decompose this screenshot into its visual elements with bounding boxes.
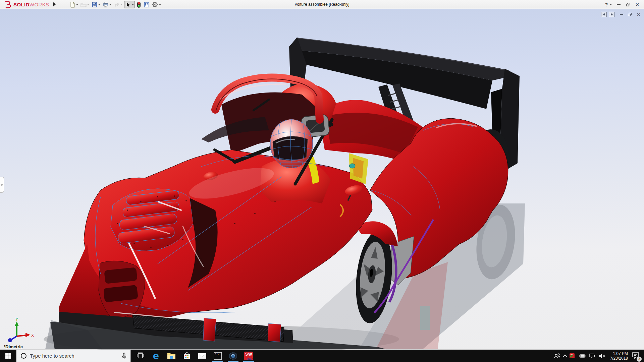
select-cursor-icon: [125, 2, 131, 8]
hexagon-3d-app-button[interactable]: [225, 350, 241, 362]
windows-taskbar: e: [0, 350, 644, 362]
orientation-triad: Y X: [5, 317, 34, 342]
arrow-left-icon: [603, 13, 605, 16]
arrow-right-icon: [611, 13, 613, 16]
file-explorer-button[interactable]: [164, 350, 179, 362]
options-gear-icon: [152, 1, 158, 8]
options-button[interactable]: [151, 1, 162, 8]
file-properties-button[interactable]: [143, 1, 150, 8]
mail-icon: [198, 353, 207, 359]
solidworks-monitor-button[interactable]: SW✔: [570, 353, 575, 358]
close-icon: ✕: [635, 2, 639, 7]
help-button[interactable]: ?: [603, 0, 610, 9]
3ds-logo-icon: [3, 1, 12, 8]
volume-muted-icon: [598, 353, 606, 359]
menu-expand-arrow-icon[interactable]: [53, 2, 56, 7]
dropdown-caret-icon[interactable]: [120, 4, 122, 5]
document-minimize-icon[interactable]: [620, 14, 623, 15]
volume-button[interactable]: [598, 353, 606, 359]
dropdown-caret-icon[interactable]: [132, 4, 134, 5]
solidworks-2017-button[interactable]: SW 2017: [241, 350, 256, 362]
print-button[interactable]: [102, 1, 112, 8]
action-center-button[interactable]: 3: [632, 352, 639, 360]
task-view-icon: [137, 352, 145, 360]
standard-toolbar: [69, 1, 163, 8]
search-input[interactable]: [30, 353, 122, 359]
windows-logo-icon: [5, 353, 11, 359]
minimize-icon: [617, 4, 621, 5]
system-tray: SW✔: [554, 350, 644, 362]
taskbar-apps: e: [133, 350, 256, 362]
chevron-up-icon: [563, 354, 567, 359]
new-document-icon: [69, 2, 75, 8]
minimize-button[interactable]: [614, 0, 623, 9]
network-button[interactable]: [589, 353, 595, 359]
edge-icon: e: [153, 351, 159, 360]
hexagon-3d-app-icon: [229, 352, 237, 360]
microsoft-store-icon: [183, 352, 191, 360]
task-view-button[interactable]: [133, 350, 148, 362]
save-button[interactable]: [91, 1, 101, 8]
document-restore-icon[interactable]: [628, 13, 632, 16]
solidworks-2017-icon: SW 2017: [244, 352, 253, 360]
dropdown-caret-icon[interactable]: [98, 4, 100, 5]
solidworks-logo: SOLIDWORKS: [3, 1, 49, 8]
help-caret-icon[interactable]: [610, 4, 612, 5]
close-button[interactable]: ✕: [633, 0, 642, 9]
power-status-button[interactable]: [578, 354, 586, 358]
dropdown-caret-icon[interactable]: [159, 4, 161, 5]
restore-button[interactable]: [623, 0, 633, 9]
notification-badge: 3: [637, 357, 642, 362]
microsoft-store-button[interactable]: [179, 350, 195, 362]
battery-icon: [578, 354, 586, 358]
solidworks-window: SOLIDWORKS: [0, 0, 644, 362]
car-3d-model[interactable]: [0, 9, 644, 350]
mail-button[interactable]: [195, 350, 210, 362]
taskbar-clock[interactable]: 1:07 PM 7/23/2018: [610, 351, 628, 361]
triad-x-label: X: [31, 333, 34, 338]
file-properties-icon: [144, 2, 150, 8]
open-folder-icon: [80, 2, 87, 8]
next-pane-button[interactable]: [609, 12, 614, 17]
clock-date: 7/23/2018: [610, 356, 628, 361]
panel-tab-dot-icon: [1, 184, 3, 186]
window-controls: ? ✕: [603, 0, 642, 9]
previous-pane-button[interactable]: [601, 12, 607, 17]
select-button[interactable]: [124, 1, 135, 8]
edge-button[interactable]: e: [148, 350, 164, 362]
save-floppy-icon: [92, 2, 98, 8]
new-document-button[interactable]: [69, 1, 79, 8]
document-window-controls: ✕: [599, 12, 641, 17]
dropdown-caret-icon[interactable]: [109, 4, 111, 5]
file-explorer-icon: [167, 352, 176, 360]
taskbar-search[interactable]: [16, 350, 131, 362]
undo-button[interactable]: [113, 1, 123, 8]
rebuild-button[interactable]: [136, 1, 142, 8]
command-prompt-icon: C:\: [214, 352, 222, 360]
rebuild-traffic-light-icon: [137, 1, 141, 8]
view-orientation-label: *Dimetric: [4, 344, 23, 349]
brand-solid: SOLID: [13, 2, 30, 7]
brand-works: WORKS: [30, 2, 49, 7]
graphics-viewport[interactable]: ✕ Y X *Dimetric: [0, 9, 644, 350]
microphone-icon[interactable]: [122, 353, 126, 359]
people-button[interactable]: [554, 353, 560, 359]
show-hidden-icons-button[interactable]: [564, 354, 567, 358]
cortana-icon: [21, 353, 26, 359]
solidworks-check-icon: SW✔: [570, 353, 575, 358]
people-icon: [554, 353, 560, 359]
undo-icon: [114, 2, 120, 8]
dropdown-caret-icon[interactable]: [76, 4, 78, 5]
triad-y-label: Y: [15, 317, 18, 322]
document-close-icon[interactable]: ✕: [636, 12, 641, 17]
start-button[interactable]: [0, 350, 16, 362]
print-icon: [103, 2, 109, 8]
network-icon: [589, 353, 595, 359]
open-button[interactable]: [80, 1, 90, 8]
title-bar: SOLIDWORKS: [0, 0, 644, 9]
clock-time: 1:07 PM: [610, 351, 628, 356]
dropdown-caret-icon[interactable]: [87, 4, 89, 5]
feature-panel-collapsed-tab[interactable]: [0, 177, 4, 193]
command-prompt-button[interactable]: C:\: [210, 350, 225, 362]
restore-icon: [626, 3, 630, 6]
